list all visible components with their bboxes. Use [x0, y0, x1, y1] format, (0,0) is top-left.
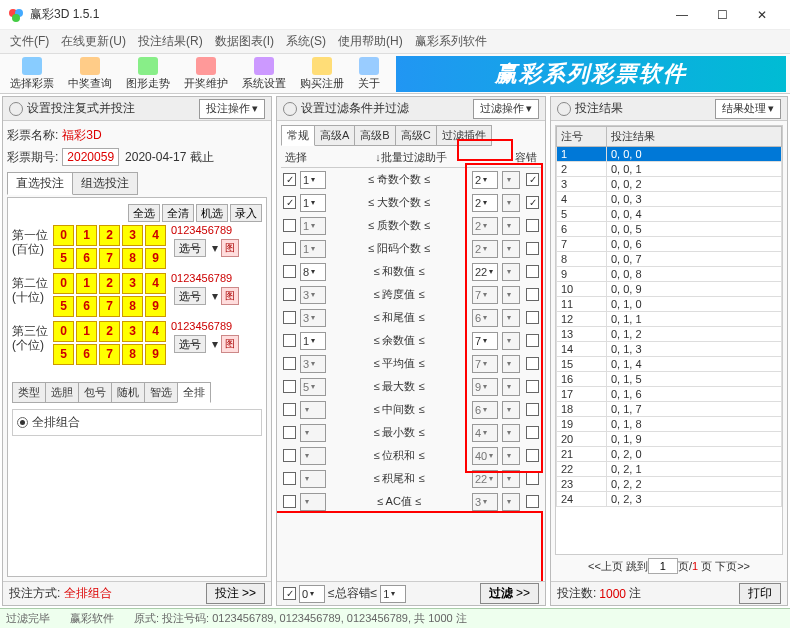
- fullperm-radio[interactable]: [17, 417, 28, 428]
- filter-max[interactable]: 3: [472, 493, 498, 511]
- filter-max[interactable]: 22: [472, 263, 498, 281]
- filter-max[interactable]: 4: [472, 424, 498, 442]
- page-input[interactable]: [648, 558, 678, 574]
- digit-1[interactable]: 1: [76, 273, 97, 294]
- table-row[interactable]: 50, 0, 4: [557, 207, 782, 222]
- filter-min[interactable]: 5: [300, 378, 326, 396]
- filter-max[interactable]: 2: [472, 171, 498, 189]
- filter-check[interactable]: [283, 472, 296, 485]
- bet-operation-dropdown[interactable]: 投注操作: [199, 99, 265, 119]
- digit-5[interactable]: 5: [53, 248, 74, 269]
- digit-4[interactable]: 4: [145, 225, 166, 246]
- filter-max[interactable]: 7: [472, 286, 498, 304]
- filter-tolerance-check[interactable]: ✓: [526, 196, 539, 209]
- filter-max[interactable]: 7: [472, 355, 498, 373]
- digit-4[interactable]: 4: [145, 321, 166, 342]
- table-row[interactable]: 140, 1, 3: [557, 342, 782, 357]
- filter-min[interactable]: [300, 493, 326, 511]
- menu-item[interactable]: 系统(S): [280, 33, 332, 50]
- filter-min[interactable]: 3: [300, 355, 326, 373]
- digit-8[interactable]: 8: [122, 296, 143, 317]
- digit-0[interactable]: 0: [53, 225, 74, 246]
- table-row[interactable]: 210, 2, 0: [557, 447, 782, 462]
- filter-tab-过滤插件[interactable]: 过滤插件: [436, 125, 492, 146]
- filter-max[interactable]: 2: [472, 240, 498, 258]
- subtab-全排[interactable]: 全排: [177, 382, 211, 403]
- digit-6[interactable]: 6: [76, 296, 97, 317]
- digit-2[interactable]: 2: [99, 225, 120, 246]
- digit-3[interactable]: 3: [122, 321, 143, 342]
- digit-0[interactable]: 0: [53, 273, 74, 294]
- col-header[interactable]: 投注结果: [607, 127, 782, 147]
- filter-check[interactable]: [283, 403, 296, 416]
- filter-check[interactable]: [283, 311, 296, 324]
- filter-max[interactable]: 7: [472, 332, 498, 350]
- filter-tab-高级B[interactable]: 高级B: [354, 125, 395, 146]
- filter-check[interactable]: [283, 449, 296, 462]
- filter-min[interactable]: 3: [300, 286, 326, 304]
- filter-tolerance-check[interactable]: ✓: [526, 173, 539, 186]
- menu-item[interactable]: 使用帮助(H): [332, 33, 409, 50]
- filter-check[interactable]: [283, 288, 296, 301]
- digit-1[interactable]: 1: [76, 225, 97, 246]
- digit-6[interactable]: 6: [76, 344, 97, 365]
- filter-max[interactable]: 40: [472, 447, 498, 465]
- filter-extra[interactable]: [502, 355, 520, 373]
- select-number-button[interactable]: 选号: [174, 335, 206, 353]
- subtab-类型[interactable]: 类型: [12, 382, 46, 403]
- filter-extra[interactable]: [502, 171, 520, 189]
- filter-check[interactable]: [283, 219, 296, 232]
- btn-全选[interactable]: 全选: [128, 204, 160, 222]
- digit-3[interactable]: 3: [122, 273, 143, 294]
- next-page[interactable]: 页 下页>>: [701, 559, 750, 574]
- filter-max[interactable]: 22: [472, 470, 498, 488]
- filter-check[interactable]: [283, 334, 296, 347]
- filter-tolerance-check[interactable]: [526, 334, 539, 347]
- result-operation-dropdown[interactable]: 结果处理: [715, 99, 781, 119]
- digit-5[interactable]: 5: [53, 296, 74, 317]
- chart-icon[interactable]: 图: [221, 287, 239, 305]
- digit-8[interactable]: 8: [122, 248, 143, 269]
- table-row[interactable]: 190, 1, 8: [557, 417, 782, 432]
- menu-item[interactable]: 文件(F): [4, 33, 55, 50]
- filter-extra[interactable]: [502, 470, 520, 488]
- tab-组选投注[interactable]: 组选投注: [72, 172, 138, 195]
- minimize-button[interactable]: —: [662, 1, 702, 29]
- chart-icon[interactable]: 图: [221, 239, 239, 257]
- filter-tab-高级C[interactable]: 高级C: [395, 125, 437, 146]
- table-row[interactable]: 10, 0, 0: [557, 147, 782, 162]
- table-row[interactable]: 60, 0, 5: [557, 222, 782, 237]
- filter-tolerance-check[interactable]: [526, 403, 539, 416]
- filter-tolerance-check[interactable]: [526, 449, 539, 462]
- filter-min[interactable]: [300, 401, 326, 419]
- table-row[interactable]: 130, 1, 2: [557, 327, 782, 342]
- table-row[interactable]: 230, 2, 2: [557, 477, 782, 492]
- subtab-选胆[interactable]: 选胆: [45, 382, 79, 403]
- filter-check[interactable]: [283, 495, 296, 508]
- toolbar-开奖维护[interactable]: 开奖维护: [178, 55, 234, 93]
- result-table[interactable]: 注号投注结果10, 0, 020, 0, 130, 0, 240, 0, 350…: [555, 125, 783, 555]
- menu-item[interactable]: 赢彩系列软件: [409, 33, 493, 50]
- filter-max[interactable]: 2: [472, 194, 498, 212]
- filter-min[interactable]: [300, 470, 326, 488]
- filter-extra[interactable]: [502, 424, 520, 442]
- filter-tolerance-check[interactable]: [526, 219, 539, 232]
- toolbar-选择彩票[interactable]: 选择彩票: [4, 55, 60, 93]
- filter-min[interactable]: 1: [300, 171, 326, 189]
- filter-extra[interactable]: [502, 194, 520, 212]
- filter-check[interactable]: [283, 265, 296, 278]
- digit-9[interactable]: 9: [145, 344, 166, 365]
- toolbar-系统设置[interactable]: 系统设置: [236, 55, 292, 93]
- menu-item[interactable]: 投注结果(R): [132, 33, 209, 50]
- filter-extra[interactable]: [502, 263, 520, 281]
- filter-tolerance-check[interactable]: [526, 288, 539, 301]
- subtab-随机[interactable]: 随机: [111, 382, 145, 403]
- bet-button[interactable]: 投注 >>: [206, 583, 265, 604]
- table-row[interactable]: 110, 1, 0: [557, 297, 782, 312]
- table-row[interactable]: 40, 0, 3: [557, 192, 782, 207]
- tab-直选投注[interactable]: 直选投注: [7, 172, 73, 195]
- filter-tab-常规[interactable]: 常规: [281, 125, 315, 146]
- table-row[interactable]: 30, 0, 2: [557, 177, 782, 192]
- filter-extra[interactable]: [502, 309, 520, 327]
- table-row[interactable]: 90, 0, 8: [557, 267, 782, 282]
